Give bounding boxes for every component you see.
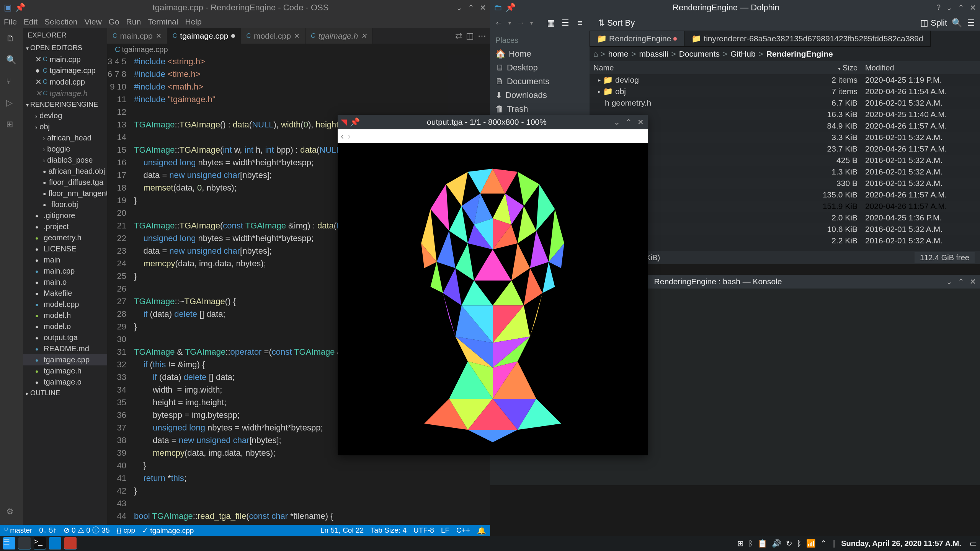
more-icon[interactable]: ⋯ bbox=[478, 31, 486, 41]
pin-icon[interactable]: 📌 bbox=[15, 3, 25, 13]
branch-indicator[interactable]: ⑂ master bbox=[4, 526, 32, 535]
notifications-icon[interactable]: 🔔 bbox=[477, 526, 486, 535]
panel-tab[interactable]: 📁tinyrenderer-68a5ae382135d679891423fb52… bbox=[684, 31, 930, 47]
file-item[interactable]: ● tgaimage.h bbox=[23, 365, 107, 377]
problems-status[interactable]: ⊘ 0 ⚠ 0 ⓘ 35 bbox=[64, 525, 110, 535]
compare-icon[interactable]: ⇄ bbox=[455, 31, 462, 41]
tray-icon[interactable]: ⊞ bbox=[737, 539, 744, 548]
file-row[interactable]: 16.3 KiB2020-04-25 11:40 A.M. bbox=[590, 109, 980, 120]
breadcrumb-path[interactable]: ⌂ >home>mbassili>Documents>GitHub>Render… bbox=[590, 47, 980, 61]
file-item[interactable]: ● geometry.h bbox=[23, 232, 107, 243]
minimize-icon[interactable]: ⌄ bbox=[946, 277, 952, 286]
menu-terminal[interactable]: Terminal bbox=[148, 17, 178, 26]
split-button[interactable]: ◫ Split bbox=[920, 18, 947, 28]
file-item[interactable]: ● floor_diffuse.tga bbox=[23, 177, 107, 188]
search-icon[interactable]: 🔍 bbox=[952, 18, 962, 28]
file-row[interactable]: e.cpp10.6 KiB2016-02-01 5:32 A.M. bbox=[590, 223, 980, 235]
file-row[interactable]: hgeometry.h6.7 KiB2016-02-01 5:32 A.M. bbox=[590, 97, 980, 109]
lang-status[interactable]: {} cpp bbox=[116, 526, 135, 535]
menu-view[interactable]: View bbox=[84, 17, 101, 26]
maximize-icon[interactable]: ⌃ bbox=[468, 3, 474, 12]
file-item[interactable]: ● model.h bbox=[23, 310, 107, 321]
file-item[interactable]: ● floor.obj bbox=[23, 199, 107, 210]
file-item[interactable]: ● model.o bbox=[23, 321, 107, 332]
view-details-icon[interactable]: ≡ bbox=[575, 18, 585, 28]
file-item[interactable]: ● README.md bbox=[23, 343, 107, 354]
file-item[interactable]: ● model.cpp bbox=[23, 299, 107, 310]
debug-icon[interactable]: ▷ bbox=[6, 98, 17, 109]
file-row[interactable]: ▸ 📁obj7 items2020-04-26 11:54 A.M. bbox=[590, 86, 980, 97]
file-item[interactable]: ● .gitignore bbox=[23, 210, 107, 221]
place-desktop[interactable]: 🖥Desktop bbox=[490, 61, 590, 75]
file-row[interactable]: 84.9 KiB2020-04-26 11:57 A.M. bbox=[590, 120, 980, 132]
search-icon[interactable]: 🔍 bbox=[6, 55, 17, 66]
outline-header[interactable]: ▸OUTLINE bbox=[23, 388, 107, 399]
col-modified[interactable]: Modified bbox=[861, 64, 980, 72]
file-row[interactable]: 3.3 KiB2016-02-01 5:32 A.M. bbox=[590, 132, 980, 143]
col-size[interactable]: ▾ Size bbox=[812, 64, 861, 72]
place-trash[interactable]: 🗑Trash bbox=[490, 102, 590, 116]
file-item[interactable]: ● main bbox=[23, 254, 107, 266]
close-icon[interactable]: ✕ bbox=[480, 3, 486, 12]
sort-by[interactable]: ⇅ Sort By bbox=[598, 18, 635, 28]
editor-tab[interactable]: Ctgaimage.cpp bbox=[167, 28, 241, 44]
menu-help[interactable]: Help bbox=[185, 17, 201, 26]
file-item[interactable]: ● floor_nm_tangent.tga bbox=[23, 188, 107, 199]
menu-run[interactable]: Run bbox=[126, 17, 141, 26]
app-launcher[interactable]: ☰ bbox=[3, 537, 15, 549]
settings-gear-icon[interactable]: ⚙ bbox=[6, 507, 17, 517]
file-row[interactable]: e.h2.2 KiB2016-02-01 5:32 A.M. bbox=[590, 235, 980, 246]
forward-button[interactable]: → bbox=[516, 18, 526, 28]
extensions-icon[interactable]: ⊞ bbox=[6, 119, 17, 130]
split-editor-icon[interactable]: ◫ bbox=[466, 31, 474, 41]
maximize-icon[interactable]: ⌃ bbox=[958, 3, 964, 12]
open-editor-item[interactable]: ●C tgaimage.cpp bbox=[23, 65, 107, 76]
prev-image-icon[interactable]: ‹ bbox=[341, 131, 344, 142]
file-row[interactable]: 135.0 KiB2020-04-26 11:57 A.M. bbox=[590, 189, 980, 201]
file-item[interactable]: ● LICENSE bbox=[23, 243, 107, 254]
eol[interactable]: LF bbox=[441, 526, 449, 535]
place-home[interactable]: 🏠Home bbox=[490, 47, 590, 61]
file-row[interactable]: p1.3 KiB2016-02-01 5:32 A.M. bbox=[590, 166, 980, 178]
sync-status[interactable]: 0↓ 5↑ bbox=[39, 526, 56, 535]
open-editors-header[interactable]: ▾OPEN EDITORS bbox=[23, 42, 107, 54]
chevron-up-icon[interactable]: ⌃ bbox=[820, 539, 827, 548]
task-konsole[interactable]: >_ bbox=[34, 537, 46, 549]
task-vscode[interactable] bbox=[49, 537, 61, 549]
open-editor-item[interactable]: ✕C model.cpp bbox=[23, 76, 107, 88]
close-icon[interactable]: ✕ bbox=[637, 117, 644, 127]
file-row[interactable]: 330 B2016-02-01 5:32 A.M. bbox=[590, 178, 980, 189]
menu-selection[interactable]: Selection bbox=[44, 17, 77, 26]
breadcrumbs[interactable]: C tgaimage.cpp bbox=[107, 44, 490, 55]
clipboard-icon[interactable]: 📋 bbox=[758, 539, 767, 548]
next-image-icon[interactable]: › bbox=[348, 131, 351, 142]
menu-edit[interactable]: Edit bbox=[24, 17, 38, 26]
open-editor-item[interactable]: ✕C tgaimage.h bbox=[23, 88, 107, 99]
source-control-icon[interactable]: ⑂ bbox=[6, 77, 17, 87]
folder-item[interactable]: devlog bbox=[23, 110, 107, 121]
file-item[interactable]: ● main.o bbox=[23, 277, 107, 288]
open-editor-item[interactable]: ✕C main.cpp bbox=[23, 54, 107, 65]
editor-tab[interactable]: Cmain.cpp✕ bbox=[107, 28, 167, 44]
file-row[interactable]: 425 B2016-02-01 5:32 A.M. bbox=[590, 155, 980, 166]
pin-icon[interactable]: 📌 bbox=[505, 3, 516, 13]
place-downloads[interactable]: ⬇Downloads bbox=[490, 88, 590, 102]
clock[interactable]: Sunday, April 26, 2020 11:57 A.M. bbox=[841, 539, 961, 548]
minimize-icon[interactable]: ⌄ bbox=[456, 3, 462, 12]
menu-icon[interactable]: ☰ bbox=[966, 18, 976, 28]
file-row[interactable]: ga151.9 KiB2020-04-26 11:57 A.M. bbox=[590, 201, 980, 212]
encoding[interactable]: UTF-8 bbox=[413, 526, 434, 535]
file-item[interactable]: ● .project bbox=[23, 221, 107, 232]
file-item[interactable]: ● Makefile bbox=[23, 288, 107, 299]
file-item[interactable]: ● african_head.obj bbox=[23, 166, 107, 177]
file-check[interactable]: ✓ tgaimage.cpp bbox=[142, 526, 194, 535]
view-icons-icon[interactable]: ▦ bbox=[546, 18, 556, 28]
project-header[interactable]: ▾RENDERINGENGINE bbox=[23, 99, 107, 110]
minimize-icon[interactable]: ⌄ bbox=[614, 117, 620, 127]
bluetooth2-icon[interactable]: ᛒ bbox=[797, 539, 802, 548]
file-item[interactable]: ● main.cpp bbox=[23, 266, 107, 277]
minimize-icon[interactable]: ⌄ bbox=[946, 3, 952, 12]
editor-tab[interactable]: Ctgaimage.h✕ bbox=[305, 28, 372, 44]
file-row[interactable]: 23.7 KiB2020-04-26 11:57 A.M. bbox=[590, 143, 980, 155]
close-icon[interactable]: ✕ bbox=[970, 3, 976, 12]
